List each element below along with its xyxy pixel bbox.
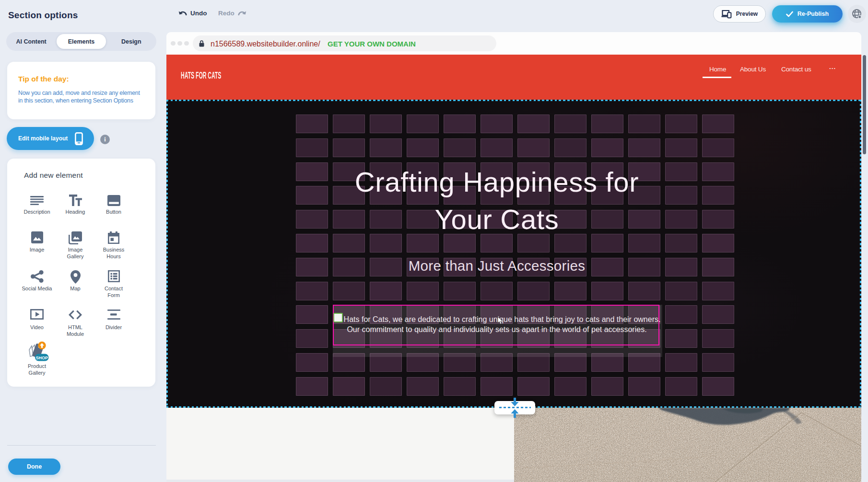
svg-text:SHOP: SHOP (35, 356, 48, 360)
